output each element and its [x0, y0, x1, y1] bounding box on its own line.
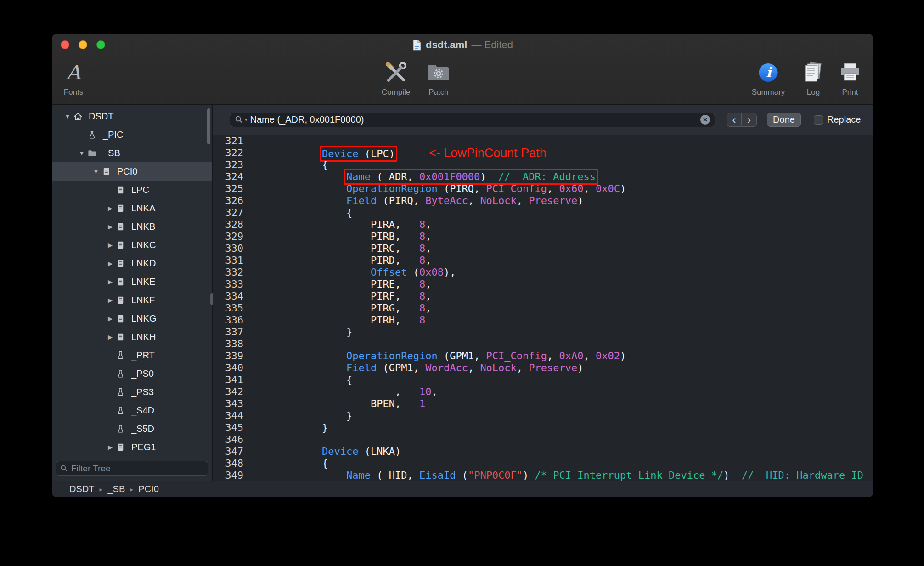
disclosure-triangle-icon[interactable]: ▼	[76, 150, 87, 157]
tree-item-lpc[interactable]: LPC	[52, 181, 212, 199]
search-menu-chevron-icon[interactable]: ▾	[245, 117, 248, 123]
tree-item-lnka[interactable]: ▶LNKA	[52, 199, 212, 217]
tree-item-_sb[interactable]: ▼_SB	[52, 144, 212, 162]
tree-item-label: PCI0	[117, 166, 137, 177]
line-number: 327	[213, 207, 243, 219]
tree-item-_s4d[interactable]: _S4D	[52, 401, 212, 419]
document-icon	[116, 204, 128, 213]
annotation-box: Name (_ADR, 0x001F0000) // _ADR: Address	[346, 171, 596, 182]
tree-item-label: PEG1	[131, 442, 156, 453]
breadcrumb-item[interactable]: PCI0	[138, 484, 158, 494]
tree-item-label: LNKC	[131, 240, 156, 250]
disclosure-triangle-icon[interactable]: ▶	[105, 223, 116, 230]
code-line: 323 {	[213, 159, 873, 171]
disclosure-triangle-icon[interactable]: ▼	[90, 168, 101, 175]
code-line: 341 {	[213, 374, 873, 386]
tree-item-lnkh[interactable]: ▶LNKH	[52, 328, 212, 346]
fonts-button[interactable]: A Fonts	[64, 60, 84, 97]
method-icon	[116, 424, 128, 434]
tree-item-label: LNKG	[131, 313, 156, 324]
find-bar: ▾ ✕ ‹ › Done Replace	[213, 105, 873, 135]
tree-item-label: _PS3	[131, 387, 154, 397]
patch-label: Patch	[428, 88, 448, 97]
find-input[interactable]	[250, 114, 698, 125]
document-icon	[116, 332, 128, 342]
search-icon	[60, 464, 68, 472]
fonts-label: Fonts	[64, 88, 84, 97]
line-number: 331	[213, 255, 243, 266]
code-editor[interactable]: 321322 Device (LPC)<- LowPinCount Path32…	[213, 135, 873, 481]
tree-item-lnkd[interactable]: ▶LNKD	[52, 254, 212, 272]
document-icon	[116, 295, 128, 305]
line-number: 328	[213, 219, 243, 231]
code-line: 344 }	[213, 410, 873, 422]
line-number: 338	[213, 338, 243, 350]
compile-label: Compile	[382, 88, 410, 97]
tree-item-lnkg[interactable]: ▶LNKG	[52, 309, 212, 328]
log-button[interactable]: Log	[803, 60, 824, 97]
document-icon	[412, 40, 422, 51]
log-pages-icon	[803, 60, 824, 85]
annotation-box: Device (LPC)	[322, 148, 395, 159]
line-number: 346	[213, 434, 243, 446]
summary-button[interactable]: i Summary	[752, 60, 785, 97]
disclosure-triangle-icon[interactable]: ▶	[105, 242, 116, 249]
code-line: 330 PIRC, 8,	[213, 243, 873, 255]
find-next-button[interactable]: ›	[742, 113, 757, 127]
tree-item-label: LPC	[131, 185, 149, 195]
method-icon	[87, 130, 100, 140]
filter-tree-field	[56, 461, 208, 476]
find-previous-button[interactable]: ‹	[727, 113, 742, 127]
line-number: 345	[213, 422, 243, 434]
clear-search-button[interactable]: ✕	[700, 115, 710, 125]
sidebar-scrollbar[interactable]	[207, 108, 210, 144]
code-line: 329 PIRB, 8,	[213, 231, 873, 243]
tree-item-dsdt[interactable]: ▼DSDT	[52, 107, 212, 125]
disclosure-triangle-icon[interactable]: ▶	[105, 205, 116, 212]
tree-item-label: LNKA	[131, 203, 155, 214]
tree-item-_pic[interactable]: _PIC	[52, 125, 212, 144]
disclosure-triangle-icon[interactable]: ▶	[105, 444, 116, 451]
tree-item-lnke[interactable]: ▶LNKE	[52, 272, 212, 291]
annotation-label: <- LowPinCount Path	[429, 146, 547, 160]
search-icon[interactable]	[235, 115, 243, 124]
code-line: 349 Name (_HID, EisaId ("PNP0C0F") /* PC…	[213, 470, 873, 481]
disclosure-triangle-icon[interactable]: ▼	[62, 113, 73, 120]
method-icon	[116, 387, 128, 397]
disclosure-triangle-icon[interactable]: ▶	[105, 278, 116, 285]
patch-button[interactable]: Patch	[427, 60, 450, 97]
done-button[interactable]: Done	[767, 113, 801, 127]
breadcrumb-separator-icon: ▸	[130, 486, 133, 493]
tree-item-_prt[interactable]: _PRT	[52, 346, 212, 364]
line-number: 342	[213, 386, 243, 398]
tree-item-lnkf[interactable]: ▶LNKF	[52, 291, 212, 309]
replace-checkbox[interactable]	[814, 115, 823, 125]
disclosure-triangle-icon[interactable]: ▶	[105, 315, 116, 322]
breadcrumb-item[interactable]: _SB	[107, 484, 125, 494]
line-number: 324	[213, 171, 243, 183]
tree-item-lnkc[interactable]: ▶LNKC	[52, 236, 212, 254]
code-line: 338	[213, 338, 873, 350]
tree-item-_ps0[interactable]: _PS0	[52, 364, 212, 383]
document-icon	[116, 240, 128, 250]
code-line: 321	[213, 135, 873, 147]
line-number: 321	[213, 135, 243, 147]
tree-item-_ps3[interactable]: _PS3	[52, 383, 212, 401]
print-button[interactable]: Print	[839, 60, 861, 97]
disclosure-triangle-icon[interactable]: ▶	[105, 260, 116, 267]
code-line: 348 {	[213, 458, 873, 470]
code-line: 347 Device (LNKA)	[213, 446, 873, 458]
line-number: 334	[213, 290, 243, 302]
code-line: 343 BPEN, 1	[213, 398, 873, 410]
tree-item-_s5d[interactable]: _S5D	[52, 419, 212, 438]
code-line: 332 Offset (0x08),	[213, 266, 873, 278]
filter-tree-input[interactable]	[71, 464, 204, 474]
disclosure-triangle-icon[interactable]: ▶	[105, 334, 116, 340]
tree-item-peg1[interactable]: ▶PEG1	[52, 438, 212, 456]
disclosure-triangle-icon[interactable]: ▶	[105, 297, 116, 304]
compile-button[interactable]: Compile	[382, 60, 410, 97]
window-title: dsdt.aml — Edited	[52, 34, 873, 56]
tree-item-lnkb[interactable]: ▶LNKB	[52, 217, 212, 236]
breadcrumb-item[interactable]: DSDT	[69, 484, 94, 494]
tree-item-pci0[interactable]: ▼PCI0	[52, 162, 212, 181]
